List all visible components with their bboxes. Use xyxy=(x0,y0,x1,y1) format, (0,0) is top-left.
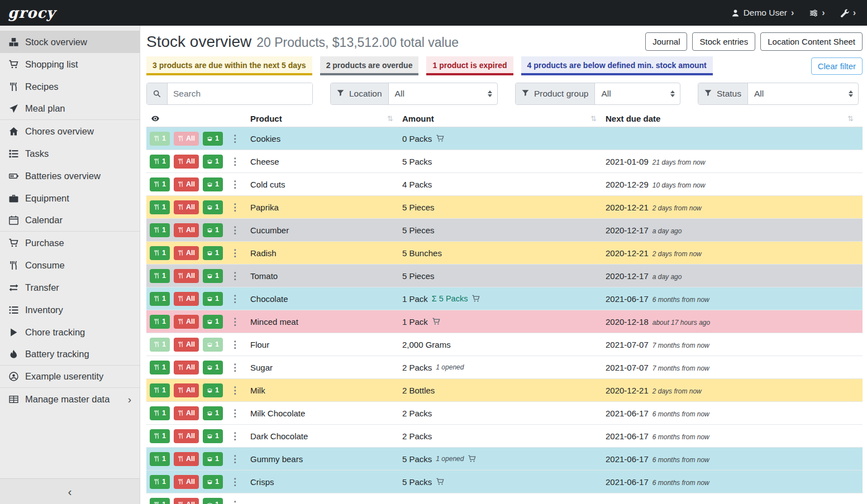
open-one-button[interactable]: 1 xyxy=(203,315,223,329)
consume-one-button[interactable]: 1 xyxy=(150,132,170,146)
consume-one-button[interactable]: 1 xyxy=(150,361,170,375)
row-menu-button[interactable]: ⋮ xyxy=(227,247,242,259)
consume-all-button[interactable]: All xyxy=(174,315,199,329)
settings-menu[interactable]: › xyxy=(809,8,825,17)
open-one-button[interactable]: 1 xyxy=(203,269,223,283)
sidebar-item-purchase[interactable]: Purchase xyxy=(0,232,140,254)
consume-one-button[interactable]: 1 xyxy=(150,338,170,352)
row-menu-button[interactable]: ⋮ xyxy=(227,499,242,504)
shopping-cart-icon[interactable] xyxy=(468,455,477,463)
column-header-amount[interactable]: Amount⇅ xyxy=(402,114,606,123)
consume-one-button[interactable]: 1 xyxy=(150,452,170,466)
consume-one-button[interactable]: 1 xyxy=(150,155,170,169)
consume-one-button[interactable]: 1 xyxy=(150,200,170,214)
banner-info[interactable]: 4 products are below defined min. stock … xyxy=(521,56,713,75)
consume-all-button[interactable]: All xyxy=(174,177,199,191)
journal-button[interactable]: Journal xyxy=(645,32,687,51)
consume-all-button[interactable]: All xyxy=(174,132,199,146)
consume-all-button[interactable]: All xyxy=(174,246,199,260)
user-menu[interactable]: Demo User › xyxy=(731,8,794,18)
open-one-button[interactable]: 1 xyxy=(203,429,223,443)
consume-one-button[interactable]: 1 xyxy=(150,269,170,283)
sidebar-item-shopping-list[interactable]: Shopping list xyxy=(0,53,140,75)
row-menu-button[interactable]: ⋮ xyxy=(227,362,242,373)
open-one-button[interactable]: 1 xyxy=(203,452,223,466)
open-one-button[interactable]: 1 xyxy=(203,475,223,489)
row-menu-button[interactable]: ⋮ xyxy=(227,407,242,419)
location-select[interactable]: All xyxy=(389,83,497,104)
app-logo[interactable]: grocy xyxy=(8,4,55,21)
consume-one-button[interactable]: 1 xyxy=(150,383,170,397)
banner-warning[interactable]: 3 products are due within the next 5 day… xyxy=(146,56,312,75)
sidebar-item-meal-plan[interactable]: Meal plan xyxy=(0,98,140,120)
sidebar-item-recipes[interactable]: Recipes xyxy=(0,75,140,98)
consume-all-button[interactable]: All xyxy=(174,383,199,397)
consume-all-button[interactable]: All xyxy=(174,269,199,283)
row-menu-button[interactable]: ⋮ xyxy=(227,430,242,442)
sidebar-item-manage-master-data[interactable]: Manage master data› xyxy=(0,388,140,410)
open-one-button[interactable]: 1 xyxy=(203,498,223,504)
sidebar-item-calendar[interactable]: Calendar xyxy=(0,209,140,232)
product-group-select[interactable]: All xyxy=(595,83,680,104)
row-menu-button[interactable]: ⋮ xyxy=(227,270,242,282)
consume-one-button[interactable]: 1 xyxy=(150,498,170,504)
row-menu-button[interactable]: ⋮ xyxy=(227,293,242,305)
sidebar-item-stock-overview[interactable]: Stock overview xyxy=(0,31,140,53)
status-select[interactable]: All xyxy=(748,83,858,104)
sidebar-item-tasks[interactable]: Tasks xyxy=(0,142,140,165)
row-menu-button[interactable]: ⋮ xyxy=(227,339,242,351)
location-content-sheet-button[interactable]: Location Content Sheet xyxy=(760,32,863,51)
row-menu-button[interactable]: ⋮ xyxy=(227,316,242,328)
consume-all-button[interactable]: All xyxy=(174,155,199,169)
row-menu-button[interactable]: ⋮ xyxy=(227,156,242,167)
column-header-due-date[interactable]: Next due date⇅ xyxy=(606,114,863,123)
sidebar-item-chores-overview[interactable]: Chores overview xyxy=(0,120,140,142)
consume-all-button[interactable]: All xyxy=(174,338,199,352)
open-one-button[interactable]: 1 xyxy=(203,132,223,146)
row-menu-button[interactable]: ⋮ xyxy=(227,385,242,396)
row-menu-button[interactable]: ⋮ xyxy=(227,133,242,145)
consume-all-button[interactable]: All xyxy=(174,361,199,375)
consume-all-button[interactable]: All xyxy=(174,223,199,237)
clear-filter-button[interactable]: Clear filter xyxy=(811,57,863,75)
shopping-cart-icon[interactable] xyxy=(436,135,445,142)
consume-all-button[interactable]: All xyxy=(174,292,199,306)
open-one-button[interactable]: 1 xyxy=(203,292,223,306)
consume-one-button[interactable]: 1 xyxy=(150,177,170,191)
consume-all-button[interactable]: All xyxy=(174,452,199,466)
stock-entries-button[interactable]: Stock entries xyxy=(692,32,755,51)
admin-menu[interactable]: › xyxy=(841,8,856,17)
consume-one-button[interactable]: 1 xyxy=(150,223,170,237)
open-one-button[interactable]: 1 xyxy=(203,338,223,352)
row-menu-button[interactable]: ⋮ xyxy=(227,179,242,190)
open-one-button[interactable]: 1 xyxy=(203,177,223,191)
shopping-cart-icon[interactable] xyxy=(432,318,441,325)
open-one-button[interactable]: 1 xyxy=(203,361,223,375)
open-one-button[interactable]: 1 xyxy=(203,383,223,397)
sidebar-collapse-button[interactable]: ‹ xyxy=(0,478,140,504)
consume-all-button[interactable]: All xyxy=(174,200,199,214)
row-menu-button[interactable]: ⋮ xyxy=(227,453,242,465)
open-one-button[interactable]: 1 xyxy=(203,246,223,260)
sidebar-item-consume[interactable]: Consume xyxy=(0,254,140,276)
row-menu-button[interactable]: ⋮ xyxy=(227,476,242,488)
shopping-cart-icon[interactable] xyxy=(436,478,445,486)
consume-all-button[interactable]: All xyxy=(174,475,199,489)
open-one-button[interactable]: 1 xyxy=(203,155,223,169)
consume-one-button[interactable]: 1 xyxy=(150,246,170,260)
open-one-button[interactable]: 1 xyxy=(203,406,223,420)
open-one-button[interactable]: 1 xyxy=(203,200,223,214)
sidebar-item-inventory[interactable]: Inventory xyxy=(0,299,140,321)
open-one-button[interactable]: 1 xyxy=(203,223,223,237)
consume-one-button[interactable]: 1 xyxy=(150,475,170,489)
row-menu-button[interactable]: ⋮ xyxy=(227,201,242,213)
sidebar-item-example-userentity[interactable]: Example userentity xyxy=(0,366,140,388)
consume-all-button[interactable]: All xyxy=(174,406,199,420)
banner-secondary[interactable]: 2 products are overdue xyxy=(320,56,419,75)
sidebar-item-battery-tracking[interactable]: Battery tracking xyxy=(0,343,140,366)
banner-danger[interactable]: 1 product is expired xyxy=(426,56,513,75)
sidebar-item-transfer[interactable]: Transfer xyxy=(0,276,140,299)
consume-one-button[interactable]: 1 xyxy=(150,315,170,329)
consume-all-button[interactable]: All xyxy=(174,429,199,443)
row-menu-button[interactable]: ⋮ xyxy=(227,224,242,236)
